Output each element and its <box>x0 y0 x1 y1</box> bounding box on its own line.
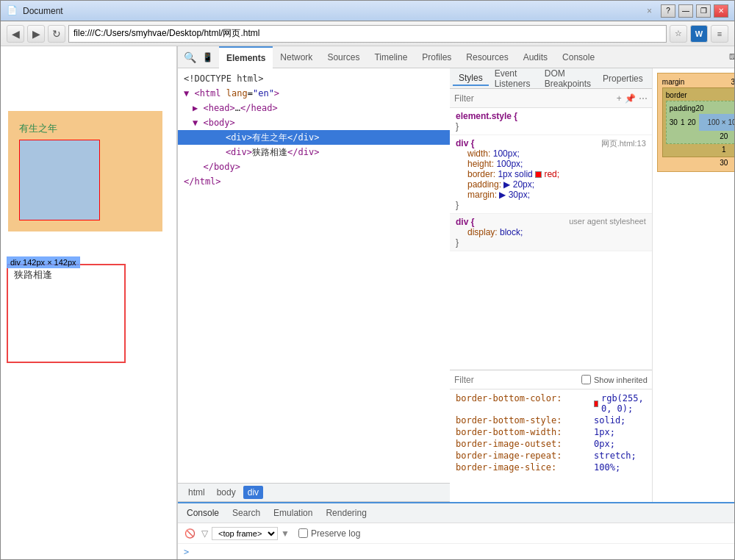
tab-profiles[interactable]: Profiles <box>415 46 459 68</box>
bm-bottom-margin: 30 <box>662 159 734 167</box>
bc-html[interactable]: html <box>184 486 209 499</box>
frame-dropdown-icon[interactable]: ▼ <box>278 526 293 541</box>
filter-console-icon[interactable]: ▽ <box>197 526 212 541</box>
bm-border-label: border <box>666 91 687 99</box>
console-prompt[interactable]: > <box>184 547 189 557</box>
back-button[interactable]: ◀ <box>7 25 24 43</box>
computed-prop-border-bottom-color: border-bottom-color: rgb(255, 0, 0); <box>456 392 646 414</box>
minimize-button2[interactable]: — <box>678 4 693 18</box>
css-prop-border: border: 1px solid red; <box>456 169 646 179</box>
css-rule-element: element.style { } <box>450 108 652 135</box>
dom-doctype[interactable]: <!DOCTYPE html> <box>178 71 450 86</box>
bm-margin-row: margin 30 <box>662 78 734 86</box>
restore-button[interactable]: ❐ <box>696 4 711 18</box>
styles-tab-event[interactable]: Event Listeners <box>489 68 539 90</box>
filter-bar: + 📌 ⋯ <box>450 89 652 108</box>
bc-body[interactable]: body <box>212 486 240 499</box>
css-prop-display: display: block; <box>456 227 646 237</box>
tab-sources[interactable]: Sources <box>320 46 367 68</box>
styles-tab-props[interactable]: Properties <box>597 72 649 85</box>
styles-tab-dom[interactable]: DOM Breakpoints <box>539 68 597 90</box>
refresh-button[interactable]: ↻ <box>48 25 65 43</box>
devtools-tabs: Elements Network Sources Timeline Profil… <box>219 46 726 68</box>
main-content: 有生之年 div 142px × 142px 狭路相逢 🔍 📱 Elements… <box>1 46 734 559</box>
console-tab-search[interactable]: Search <box>226 506 266 520</box>
devtools-panel: 🔍 📱 Elements Network Sources Timeline Pr… <box>177 46 734 559</box>
breadcrumb: html body div <box>178 483 450 502</box>
bc-div[interactable]: div <box>243 486 263 499</box>
bm-left-margin: 30 <box>670 118 678 126</box>
computed-prop-border-image-repeat: border-image-repeat: stretch; <box>456 450 646 462</box>
computed-prop-border-image-slice: border-image-slice: 100%; <box>456 462 646 473</box>
right-section: Styles Event Listeners DOM Breakpoints P… <box>450 68 734 502</box>
color-swatch-red <box>535 171 542 178</box>
styles-section: Styles Event Listeners DOM Breakpoints P… <box>450 68 652 502</box>
more-icon[interactable]: ⋯ <box>639 93 648 104</box>
console-tab-emulation[interactable]: Emulation <box>268 506 318 520</box>
word-icon[interactable]: W <box>690 25 708 43</box>
text1: 有生之年 <box>19 122 151 135</box>
no-entry-icon[interactable]: 🚫 <box>182 526 197 541</box>
div-label: div 142px × 142px <box>7 256 80 268</box>
css-rule-div1: div { 网页.html:13 width: 100px; height: 1 <box>450 135 652 214</box>
preserve-log-text: Preserve log <box>311 528 360 539</box>
css-prop-width: width: 100px; <box>456 148 646 159</box>
tab-timeline[interactable]: Timeline <box>367 46 415 68</box>
title-buttons: ? — ❐ ✕ <box>661 4 728 18</box>
frame-select[interactable]: <top frame> <box>212 527 278 540</box>
tab-audits[interactable]: Audits <box>516 46 555 68</box>
tab-close[interactable]: × <box>647 6 652 16</box>
bm-border-box: border 1 padding20 30 1 20 <box>662 87 734 157</box>
browser-icon: 📄 <box>7 5 18 17</box>
terminal-icon[interactable]: ⌨ <box>726 49 734 66</box>
menu-icon[interactable]: ≡ <box>711 25 728 43</box>
close-button[interactable]: ✕ <box>714 4 728 18</box>
computed-filter-input[interactable] <box>454 375 578 385</box>
dom-tree: <!DOCTYPE html> ▼ <html lang="en"> ▶ <he… <box>178 68 450 483</box>
computed-prop-border-bottom-style: border-bottom-style: solid; <box>456 414 646 426</box>
dom-body-close[interactable]: </body> <box>178 159 450 174</box>
tab-resources[interactable]: Resources <box>459 46 515 68</box>
tab-console[interactable]: Console <box>555 46 602 68</box>
toolbar-right: ⌨ ⚙ ⊞ ✕ <box>726 49 734 66</box>
styles-tab-styles[interactable]: Styles <box>453 71 489 86</box>
bm-border-row: border 1 <box>666 91 734 99</box>
computed-prop-border-image-outset: border-image-outset: 0px; <box>456 438 646 450</box>
dom-head[interactable]: ▶ <head>…</head> <box>178 101 450 115</box>
preserve-log-checkbox[interactable] <box>298 528 308 538</box>
pin-icon[interactable]: 📌 <box>625 93 636 104</box>
bookmark-icon[interactable]: ☆ <box>670 25 687 43</box>
bm-left-padding: 20 <box>687 118 695 126</box>
console-tab-rendering[interactable]: Rendering <box>320 506 372 520</box>
dom-div2[interactable]: <div>狭路相逢</div> <box>178 145 450 159</box>
console-tab-console[interactable]: Console <box>181 506 225 520</box>
forward-button[interactable]: ▶ <box>27 25 45 43</box>
title-bar: 📄 Document × ? — ❐ ✕ <box>1 1 734 21</box>
inspect-icon[interactable]: 🔍 <box>181 49 198 66</box>
dom-html[interactable]: ▼ <html lang="en"> <box>178 86 450 101</box>
dom-body[interactable]: ▼ <body> <box>178 115 450 130</box>
bm-padding-label: padding20 <box>670 104 734 112</box>
show-inherited-checkbox[interactable] <box>581 375 591 384</box>
inner-div <box>19 140 100 220</box>
tab-network[interactable]: Network <box>273 46 320 68</box>
add-style-icon[interactable]: + <box>617 93 622 104</box>
box-model: margin 30 border 1 padding20 <box>652 68 734 502</box>
styles-tabs: Styles Event Listeners DOM Breakpoints P… <box>450 68 652 89</box>
preserve-log-label: Preserve log <box>298 528 360 539</box>
bm-margin-label: margin <box>662 78 685 86</box>
show-inherited-label: Show inherited <box>594 376 648 384</box>
dom-html-close[interactable]: </html> <box>178 174 450 189</box>
device-icon[interactable]: 📱 <box>198 49 216 66</box>
tab-elements[interactable]: Elements <box>219 46 273 68</box>
minimize-button[interactable]: ? <box>661 4 675 18</box>
bm-bottom-border: 1 <box>666 146 734 154</box>
address-bar[interactable] <box>68 25 667 43</box>
console-bottom-bar: Console Search Emulation Rendering <box>178 502 734 523</box>
dom-panel: <!DOCTYPE html> ▼ <html lang="en"> ▶ <he… <box>178 68 450 502</box>
css-prop-margin: margin: ▶ 30px; <box>456 190 646 200</box>
css-rule-div2: div { user agent stylesheet display: blo… <box>450 214 652 251</box>
styles-filter-input[interactable] <box>454 93 614 104</box>
dom-div1[interactable]: <div>有生之年</div> <box>178 130 450 145</box>
computed-filter-bar: Show inherited <box>450 370 652 390</box>
